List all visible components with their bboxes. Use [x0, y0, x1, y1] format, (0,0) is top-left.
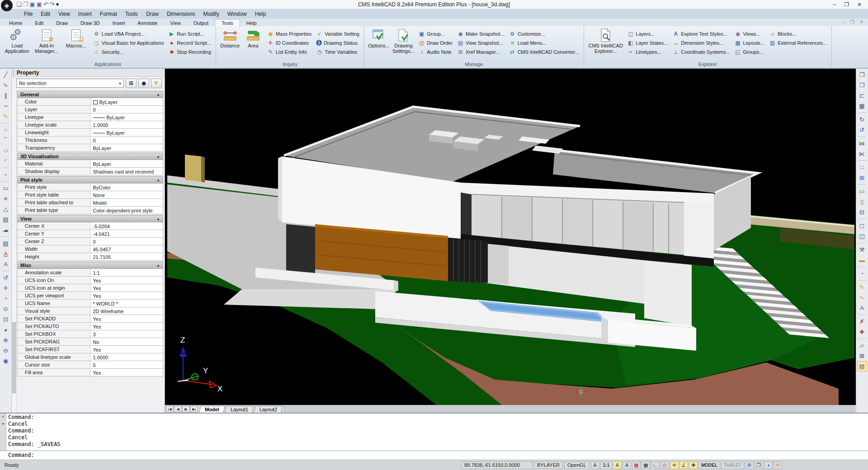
section-general[interactable]: General▲	[17, 91, 163, 98]
id-coordinates-button[interactable]: ✛ID Coordinates	[267, 39, 311, 47]
section-3d-visualisation[interactable]: 3D Visualisation▲	[17, 153, 163, 160]
mail-icon[interactable]: ✉	[774, 461, 782, 469]
zoom-previous-button[interactable]: ◔	[1, 293, 11, 304]
property-panel-header[interactable]: Property	[12, 69, 165, 77]
app-logo-icon[interactable]: ◈	[1, 0, 13, 11]
next-tab-button[interactable]: ▶	[182, 406, 190, 412]
collapse-icon[interactable]: ▲	[156, 263, 160, 268]
break-button[interactable]: ⊟	[857, 207, 867, 217]
polar-toggle[interactable]: ◴	[660, 461, 669, 469]
load-vba-project-button[interactable]: ⚙Load VBA Project...	[93, 30, 164, 38]
section-misc[interactable]: Misc▲	[17, 262, 163, 269]
layouts-button[interactable]: ▦Layouts...	[734, 39, 764, 47]
mdi-minimize-button[interactable]: –	[842, 19, 845, 24]
record-script-button[interactable]: ●Record Script...	[168, 39, 211, 47]
blocks-button[interactable]: ▱Blocks...	[769, 30, 827, 38]
erase-add-button[interactable]: ✚	[857, 327, 867, 337]
tab-edit[interactable]: Edit	[28, 19, 50, 26]
draw-ellipse-arc-button[interactable]: ◜	[1, 156, 11, 166]
add-in-manager-button[interactable]: ⚙ Add-InManager...	[32, 28, 61, 61]
edit-polyline-button[interactable]: ✎	[857, 282, 867, 292]
draw-polyline-button[interactable]: ∿	[1, 80, 11, 90]
menu-insert[interactable]: Insert	[74, 10, 96, 18]
measure-button[interactable]: ▬	[857, 255, 867, 265]
command-input[interactable]: Command:	[0, 451, 868, 460]
menu-help[interactable]: Help	[251, 10, 270, 18]
time-variables-button[interactable]: ◷Time Variables	[316, 48, 359, 56]
draw-spline-button[interactable]: ∼	[1, 101, 11, 111]
layers-button[interactable]: ◫Layers...	[627, 30, 668, 38]
settings-gear-icon[interactable]: ⚙	[745, 461, 754, 469]
rotate-button[interactable]: ↻	[857, 114, 867, 125]
box-3d-button[interactable]: ◻	[857, 221, 867, 231]
minimize-button[interactable]: –	[833, 1, 836, 8]
edit-spline-button[interactable]: ∿	[857, 292, 867, 303]
visual-basic-button[interactable]: ◫Visual Basic for Applications	[93, 39, 164, 47]
annotation-visibility-toggle[interactable]: A	[613, 461, 622, 469]
tab-home[interactable]: Home	[3, 19, 28, 26]
window-cascade-icon[interactable]: ❐	[755, 461, 763, 469]
regen-button[interactable]: ↺	[1, 273, 11, 283]
zoom-out-button[interactable]: ⊖	[1, 345, 11, 356]
properties-panel-button[interactable]: ▤	[857, 361, 867, 371]
close-button[interactable]: ✕	[857, 1, 862, 8]
first-tab-button[interactable]: |◀	[166, 406, 174, 412]
esnap-toggle[interactable]: ✛	[670, 461, 679, 469]
menu-format[interactable]: Format	[96, 10, 121, 18]
selection-dropdown[interactable]: No selection ▾	[16, 79, 124, 88]
selection-set-button[interactable]: ∷	[857, 162, 867, 173]
model-space-toggle[interactable]: MODEL	[698, 461, 720, 469]
scrollbar-thumb[interactable]	[12, 322, 16, 393]
display-toggle-icon[interactable]: ◑	[764, 461, 773, 469]
draw-multiline-button[interactable]: ≡	[1, 193, 11, 204]
menu-file[interactable]: File	[20, 10, 37, 18]
mass-properties-button[interactable]: ◉Mass Properties	[267, 30, 311, 38]
explode-button[interactable]: ⊠	[857, 351, 867, 361]
tablet-toggle[interactable]: TABLET	[721, 461, 744, 469]
layer-states-button[interactable]: ◧Layer States...	[627, 39, 668, 47]
lwt-toggle[interactable]: ✚	[689, 461, 698, 469]
drawing-status-button[interactable]: iDrawing Status	[316, 39, 359, 47]
load-menu-button[interactable]: ≡Load Menu...	[509, 39, 579, 47]
draw-line-button[interactable]: ╱	[1, 70, 11, 80]
draw-arc-button[interactable]: ⌒	[1, 135, 11, 146]
audio-note-button[interactable]: ♪Audio Note	[418, 48, 453, 56]
draw-polygon-button[interactable]: △	[1, 204, 11, 214]
tab-scrollbar[interactable]	[284, 406, 854, 412]
fillet-button[interactable]: ◔	[857, 268, 867, 279]
draw-sketch-button[interactable]: ✎	[1, 111, 11, 122]
area-button[interactable]: Area	[242, 29, 264, 57]
variable-setting-button[interactable]: ✓Variable Setting	[316, 30, 359, 38]
menu-window[interactable]: Window	[223, 10, 251, 18]
zoom-realtime-button[interactable]: ⊙	[1, 304, 11, 314]
rotate-3d-button[interactable]: ↺	[857, 125, 867, 135]
tab-draw[interactable]: Draw	[50, 19, 74, 26]
panel-grip[interactable]	[13, 70, 15, 75]
group-button[interactable]: ▣Group...	[418, 30, 453, 38]
select-entities-button[interactable]: ◉	[138, 79, 149, 88]
load-application-button[interactable]: ⚙⚙ LoadApplication	[3, 28, 31, 61]
macros-button[interactable]: ❏ Macros...	[62, 28, 90, 61]
stop-recording-button[interactable]: ■Stop Recording	[168, 48, 211, 56]
layout2-tab[interactable]: Layout2	[254, 406, 283, 413]
annotation-scale-toggle[interactable]: 1:1	[600, 461, 612, 469]
model-tab[interactable]: Model	[199, 406, 225, 413]
annotation-auto-toggle[interactable]: A	[623, 461, 631, 469]
intellicad-converter-button[interactable]: ⇄CMS IntelliCAD Converter...	[509, 48, 579, 56]
text-single-line-button[interactable]: A	[1, 249, 11, 259]
overlap-button[interactable]: ▱	[857, 340, 867, 351]
zoom-dynamic-button[interactable]: ◕	[1, 324, 11, 335]
draw-hatch-button[interactable]: ▨	[1, 238, 11, 249]
tab-tools[interactable]: Tools	[215, 19, 240, 26]
offset-button[interactable]: ⊏	[857, 90, 867, 101]
status-opengl[interactable]: OpenGL	[564, 461, 590, 469]
draw-circle-button[interactable]: ○	[1, 125, 11, 135]
section-button[interactable]: ◫	[857, 231, 867, 241]
distance-button[interactable]: Distance	[219, 29, 241, 57]
menu-tools[interactable]: Tools	[121, 10, 142, 18]
explore-text-styles-button[interactable]: AExplore Text Styles...	[672, 30, 730, 38]
mdi-restore-button[interactable]: ❐	[850, 19, 854, 24]
restore-button[interactable]: ❐	[844, 1, 849, 8]
erase-button[interactable]: ✗	[857, 316, 867, 327]
tab-annotate[interactable]: Annotate	[131, 19, 164, 26]
